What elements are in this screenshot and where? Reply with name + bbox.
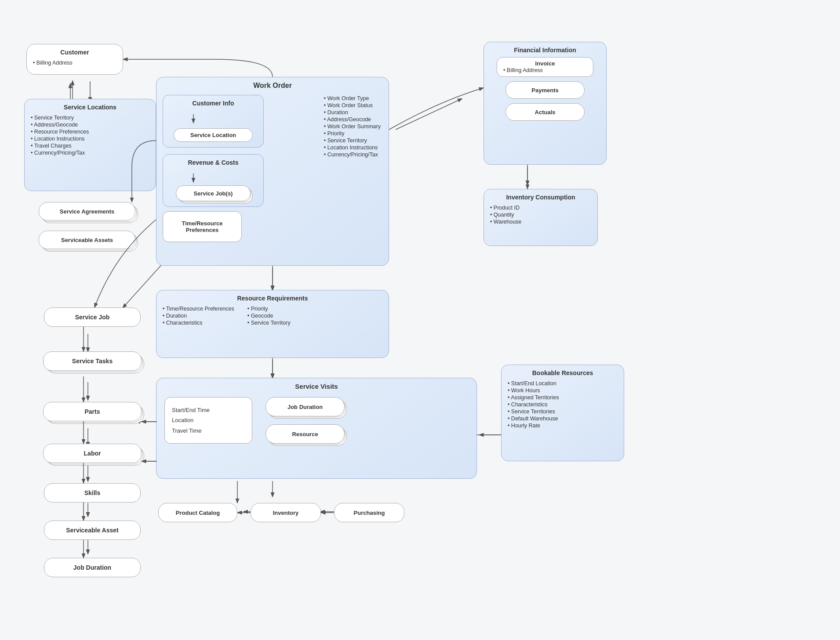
resource-pill: Resource bbox=[265, 424, 345, 444]
wo-duration: Duration bbox=[324, 109, 381, 116]
br-item-0: Start/End Location bbox=[508, 380, 618, 387]
job-duration-pill: Job Duration bbox=[265, 397, 345, 416]
customer-box: Customer Billing Address bbox=[26, 44, 123, 75]
wo-territory: Service Territory bbox=[324, 137, 381, 144]
ic-item-0: Product ID bbox=[490, 204, 591, 211]
payments-label: Payments bbox=[531, 87, 558, 94]
skills-pill: Skills bbox=[44, 483, 141, 503]
sl-item-0: Service Territory bbox=[31, 114, 149, 121]
service-tasks-pill: Service Tasks bbox=[43, 351, 142, 371]
financial-info-box: Financial Information Invoice Billing Ad… bbox=[484, 42, 607, 165]
svg-line-5 bbox=[396, 99, 462, 130]
sl-item-1: Address/Geocode bbox=[31, 121, 149, 128]
work-order-box: Work Order Work Order Type Work Order St… bbox=[156, 77, 389, 266]
customer-info-title: Customer Info bbox=[169, 100, 257, 107]
wo-type: Work Order Type bbox=[324, 95, 381, 102]
resource-requirements-title: Resource Requirements bbox=[163, 295, 382, 302]
br-item-5: Default Warehouse bbox=[508, 415, 618, 422]
serviceable-assets-stack: Serviceable Assets bbox=[39, 231, 135, 249]
wo-geocode: Address/Geocode bbox=[324, 116, 381, 123]
service-tasks-label: Service Tasks bbox=[72, 358, 113, 365]
service-location-pill: Service Location bbox=[174, 128, 253, 142]
labor-stack: Labor bbox=[43, 444, 142, 463]
serviceable-asset-label: Serviceable Asset bbox=[66, 527, 118, 534]
sv-left-block: Start/End Time Location Travel Time bbox=[164, 397, 252, 444]
rr-l1: Duration bbox=[163, 312, 234, 319]
sv-startend: Start/End Time bbox=[172, 407, 210, 413]
revenue-costs-title: Revenue & Costs bbox=[169, 159, 257, 166]
purchasing-pill: Purchasing bbox=[334, 503, 404, 522]
customer-billing: Billing Address bbox=[33, 59, 116, 66]
work-order-title: Work Order bbox=[163, 82, 382, 90]
resource-stack: Resource bbox=[265, 424, 345, 444]
rr-l0: Time/Resource Preferences bbox=[163, 305, 234, 312]
rr-r0: Priority bbox=[247, 305, 291, 312]
customer-title: Customer bbox=[33, 49, 116, 56]
inventory-consumption-box: Inventory Consumption Product ID Quantit… bbox=[484, 189, 598, 246]
service-job-pill: Service Job bbox=[44, 307, 141, 327]
product-catalog-label: Product Catalog bbox=[176, 510, 220, 516]
service-visits-title: Service Visits bbox=[163, 383, 470, 390]
wo-instructions: Location Instructions bbox=[324, 144, 381, 151]
labor-pill: Labor bbox=[43, 444, 142, 463]
service-locations-box: Service Locations Service Territory Addr… bbox=[24, 99, 156, 191]
rr-r2: Service Territory bbox=[247, 319, 291, 326]
job-duration-label: Job Duration bbox=[287, 404, 323, 410]
serviceable-assets-pill: Serviceable Assets bbox=[39, 231, 135, 249]
diagram-canvas: Customer Billing Address Service Locatio… bbox=[0, 0, 840, 640]
inventory-label: Inventory bbox=[273, 510, 299, 516]
actuals-label: Actuals bbox=[535, 109, 556, 116]
sv-location: Location bbox=[172, 417, 193, 423]
parts-stack: Parts bbox=[43, 402, 142, 421]
rr-l2: Characteristics bbox=[163, 319, 234, 326]
serviceable-asset-pill: Serviceable Asset bbox=[44, 521, 141, 540]
rr-left-list: Time/Resource Preferences Duration Chara… bbox=[163, 305, 234, 326]
invoice-box: Invoice Billing Address bbox=[497, 57, 593, 77]
inventory-consumption-title: Inventory Consumption bbox=[490, 194, 591, 201]
service-agreements-pill: Service Agreements bbox=[39, 202, 135, 221]
wo-priority: Priority bbox=[324, 130, 381, 137]
invoice-billing: Billing Address bbox=[503, 67, 587, 74]
service-jobs-label: Service Job(s) bbox=[194, 190, 233, 197]
inventory-pill: Inventory bbox=[251, 503, 321, 522]
bookable-resources-list: Start/End Location Work Hours Assigned T… bbox=[508, 380, 618, 429]
financial-info-title: Financial Information bbox=[490, 47, 600, 54]
br-item-3: Characteristics bbox=[508, 401, 618, 408]
sv-left-text: Start/End Time Location Travel Time bbox=[172, 405, 210, 436]
customer-list: Billing Address bbox=[33, 59, 116, 66]
sl-item-2: Resource Preferences bbox=[31, 128, 149, 135]
wo-status: Work Order Status bbox=[324, 102, 381, 109]
ic-item-1: Quantity bbox=[490, 211, 591, 218]
parts-pill: Parts bbox=[43, 402, 142, 421]
serviceable-assets-label: Serviceable Assets bbox=[61, 237, 113, 243]
rr-right-list: Priority Geocode Service Territory bbox=[247, 305, 291, 326]
ic-item-2: Warehouse bbox=[490, 218, 591, 225]
inventory-consumption-list: Product ID Quantity Warehouse bbox=[490, 204, 591, 225]
revenue-costs-box: Revenue & Costs Service Job(s) bbox=[163, 154, 264, 207]
rr-r1: Geocode bbox=[247, 312, 291, 319]
invoice-container: Invoice Billing Address bbox=[497, 57, 593, 77]
purchasing-label: Purchasing bbox=[354, 510, 385, 516]
labor-label: Labor bbox=[84, 450, 101, 457]
payments-pill: Payments bbox=[505, 81, 585, 99]
service-agreements-label: Service Agreements bbox=[60, 208, 115, 215]
sv-content: Start/End Time Location Travel Time Job … bbox=[163, 395, 470, 445]
service-job-label: Service Job bbox=[75, 314, 110, 321]
sl-item-3: Location Instructions bbox=[31, 135, 149, 142]
br-item-6: Hourly Rate bbox=[508, 422, 618, 429]
bookable-resources-box: Bookable Resources Start/End Location Wo… bbox=[501, 365, 624, 461]
service-jobs-stack: Service Job(s) bbox=[176, 185, 251, 201]
parts-label: Parts bbox=[84, 408, 100, 415]
service-visits-box: Service Visits Start/End Time Location T… bbox=[156, 378, 477, 479]
service-location-label: Service Location bbox=[190, 132, 236, 138]
product-catalog-pill: Product Catalog bbox=[158, 503, 237, 522]
rr-columns: Time/Resource Preferences Duration Chara… bbox=[163, 305, 382, 326]
sv-right-pills: Job Duration Resource bbox=[265, 397, 345, 444]
actuals-pill: Actuals bbox=[505, 103, 585, 121]
time-resource-box: Time/ResourcePreferences bbox=[163, 211, 242, 242]
job-duration-stack: Job Duration bbox=[265, 397, 345, 416]
br-item-4: Service Territories bbox=[508, 408, 618, 415]
service-locations-title: Service Locations bbox=[31, 104, 149, 111]
br-item-1: Work Hours bbox=[508, 387, 618, 394]
sl-item-5: Currency/Pricing/Tax bbox=[31, 149, 149, 156]
